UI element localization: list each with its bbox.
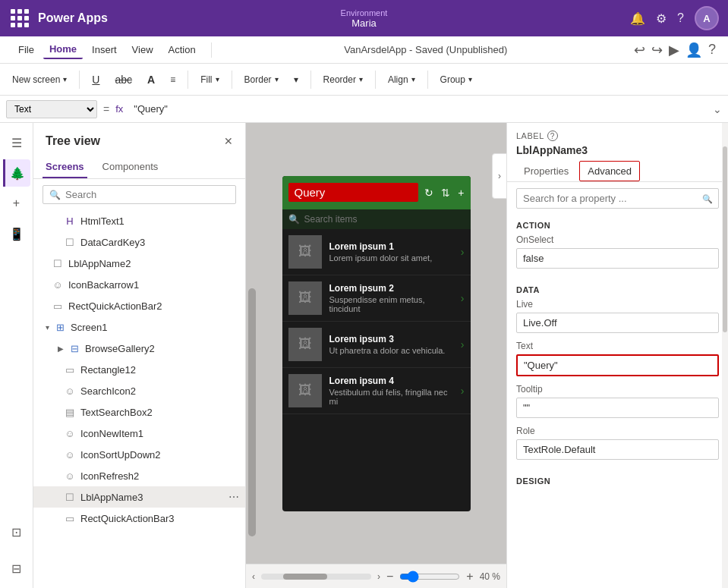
zoom-slider[interactable]	[399, 571, 460, 583]
list-item-2[interactable]: 🖼 Lorem ipsum 3 Ut pharetra a dolor ac v…	[282, 322, 471, 368]
phone-add-icon[interactable]: +	[458, 187, 464, 199]
help-icon[interactable]: ?	[677, 11, 684, 25]
zoom-plus-btn[interactable]: +	[466, 570, 473, 583]
toolbar-sep-4	[310, 71, 311, 89]
tree-item-htmltext1[interactable]: H HtmlText1	[33, 210, 245, 231]
font-size-button[interactable]: A	[141, 71, 161, 89]
label-help-icon[interactable]: ?	[547, 130, 558, 141]
role-input[interactable]	[516, 439, 719, 460]
scroll-right-btn[interactable]: ›	[377, 571, 380, 582]
tree-item-lblappname3[interactable]: ☐ LblAppName3 ⋯	[33, 486, 245, 508]
toolbar-help-menu-icon[interactable]: ?	[708, 42, 716, 58]
underline-button[interactable]: U	[86, 71, 106, 89]
phone-search-input[interactable]	[304, 214, 465, 225]
gallery-icon: ⊟	[68, 342, 80, 354]
menu-file[interactable]: File	[12, 41, 40, 58]
sidebar-vars-icon[interactable]: ⊡	[3, 518, 30, 546]
menu-home[interactable]: Home	[43, 40, 83, 59]
border-button[interactable]: Border ▾	[238, 71, 285, 88]
formula-selector[interactable]: Text	[6, 100, 97, 118]
phone-refresh-icon[interactable]: ↻	[424, 187, 433, 199]
data-section-title: DATA	[516, 285, 719, 294]
tree-tab-components[interactable]: Components	[99, 156, 162, 178]
tree-close-button[interactable]: ✕	[221, 132, 236, 150]
tree-item-iconbackarrow1[interactable]: ☺ IconBackarrow1	[33, 274, 245, 295]
list-thumb-1: 🖼	[288, 281, 322, 315]
text-label: Text	[516, 341, 719, 351]
live-input[interactable]	[516, 313, 719, 333]
live-field: Live	[516, 299, 719, 333]
onselect-input[interactable]	[516, 248, 719, 269]
tree-item-searchicon2[interactable]: ☺ SearchIcon2	[33, 380, 245, 401]
sidebar-data-icon[interactable]: ⊟	[3, 555, 30, 582]
border-label: Border	[244, 74, 272, 85]
toolbar-redo-icon[interactable]: ↪	[651, 42, 663, 58]
right-tab-properties[interactable]: Properties	[516, 161, 576, 181]
gear-icon[interactable]: ⚙	[656, 11, 667, 26]
sidebar-add-icon[interactable]: +	[3, 190, 30, 217]
toolbar-person-icon[interactable]: 👤	[685, 42, 702, 58]
tree-item-browsegallery2[interactable]: ▶ ⊟ BrowseGallery2	[33, 338, 245, 359]
tree-item-more-button[interactable]: ⋯	[228, 491, 239, 503]
reorder-button[interactable]: Reorder ▾	[317, 71, 369, 88]
tooltip-field: Tooltip	[516, 384, 719, 418]
text-input[interactable]	[516, 354, 719, 376]
tree-item-rectquickactionbar3[interactable]: ▭ RectQuickActionBar3	[33, 508, 245, 529]
searchicon-icon: ☺	[64, 385, 76, 397]
sidebar-menu-icon[interactable]: ☰	[3, 129, 30, 156]
avatar[interactable]: A	[695, 6, 719, 30]
tree-item-datacardkey3[interactable]: ☐ DataCardKey3	[33, 231, 245, 253]
text-field: Text	[516, 341, 719, 376]
menu-view[interactable]: View	[126, 41, 159, 58]
sidebar-phone-icon[interactable]: 📱	[3, 220, 30, 247]
tree-item-rectquickactionbar2[interactable]: ▭ RectQuickActionBar2	[33, 295, 245, 316]
fill-button[interactable]: Fill ▾	[194, 71, 225, 88]
toolbar-play-icon[interactable]: ▶	[669, 42, 679, 58]
bell-icon[interactable]: 🔔	[630, 11, 645, 26]
right-panel-scrollbar[interactable]	[722, 123, 728, 588]
formula-fx-button[interactable]: fx	[115, 103, 123, 115]
right-tab-advanced[interactable]: Advanced	[579, 161, 640, 181]
phone-sort-icon[interactable]: ⇅	[441, 187, 450, 199]
tree-search-wrapper: 🔍	[43, 185, 236, 204]
formula-input[interactable]	[129, 101, 707, 117]
align-button[interactable]: Align ▾	[382, 71, 421, 88]
waffle-icon[interactable]	[9, 8, 30, 29]
tree-item-label: Rectangle12	[80, 364, 136, 376]
tree-item-screen1[interactable]: ▾ ⊞ Screen1	[33, 316, 245, 338]
tree-item-iconnewitem1[interactable]: ☺ IconNewItem1	[33, 423, 245, 444]
tree-item-lblappname2[interactable]: ☐ LblAppName2	[33, 253, 245, 274]
app-name: Power Apps	[38, 11, 108, 25]
data-section: DATA Live Text Tooltip Role	[507, 279, 728, 470]
right-panel-collapse-btn[interactable]: ›	[492, 153, 507, 199]
menu-insert[interactable]: Insert	[86, 41, 123, 58]
right-search-input[interactable]	[516, 188, 719, 209]
tree-tab-screens[interactable]: Screens	[43, 156, 87, 178]
tree-item-rectangle12[interactable]: ▭ Rectangle12	[33, 359, 245, 380]
align-text-button[interactable]: ≡	[164, 71, 181, 88]
formula-expand-icon[interactable]: ⌄	[713, 103, 722, 115]
new-screen-button[interactable]: New screen ▾	[6, 71, 73, 88]
canvas-scroll-left	[246, 123, 258, 539]
tree-item-iconsortupdown2[interactable]: ☺ IconSortUpDown2	[33, 444, 245, 465]
list-item-3[interactable]: 🖼 Lorem ipsum 4 Vestibulum dui felis, fr…	[282, 368, 471, 414]
list-item-1[interactable]: 🖼 Lorem ipsum 2 Suspendisse enim metus, …	[282, 275, 471, 322]
border-expand-button[interactable]: ▾	[288, 71, 304, 88]
list-item-0[interactable]: 🖼 Lorem ipsum 1 Lorem ipsum dolor sit am…	[282, 229, 471, 275]
sidebar-tree-icon[interactable]: 🌲	[3, 159, 30, 187]
tooltip-input[interactable]	[516, 398, 719, 418]
tree-item-label: HtmlText1	[80, 215, 124, 227]
tree-item-iconrefresh2[interactable]: ☺ IconRefresh2	[33, 465, 245, 486]
group-button[interactable]: Group ▾	[434, 71, 478, 88]
horizontal-scrollbar[interactable]	[261, 574, 371, 580]
menu-action[interactable]: Action	[162, 41, 202, 58]
strikethrough-button[interactable]: abc	[109, 71, 138, 89]
tree-search-input[interactable]	[65, 189, 229, 200]
phone-header: Query ↻ ⇅ +	[282, 176, 471, 209]
app-title: VanArsdelApp - Saved (Unpublished)	[344, 44, 507, 55]
toolbar-undo-icon[interactable]: ↩	[634, 42, 645, 58]
tree-item-textsearchbox2[interactable]: ▤ TextSearchBox2	[33, 401, 245, 423]
scroll-left-btn[interactable]: ‹	[252, 571, 255, 582]
thumb-icon-2: 🖼	[298, 336, 312, 352]
zoom-minus-btn[interactable]: −	[386, 570, 393, 583]
